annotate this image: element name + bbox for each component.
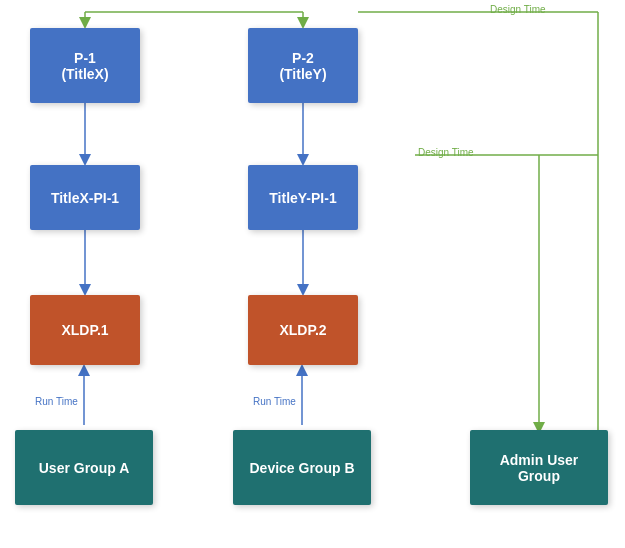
node-xldp1: XLDP.1 [30, 295, 140, 365]
diagram: P-1 (TitleX) P-2 (TitleY) TitleX-PI-1 Ti… [0, 0, 625, 548]
node-p1: P-1 (TitleX) [30, 28, 140, 103]
node-devicegroup: Device Group B [233, 430, 371, 505]
label-designtime1: Design Time [490, 4, 546, 15]
node-xldp2: XLDP.2 [248, 295, 358, 365]
label-runtime1: Run Time [35, 396, 78, 407]
node-usergroup: User Group A [15, 430, 153, 505]
node-admingroup: Admin User Group [470, 430, 608, 505]
node-titlexpi1: TitleX-PI-1 [30, 165, 140, 230]
node-p2: P-2 (TitleY) [248, 28, 358, 103]
label-designtime2: Design Time [418, 147, 474, 158]
label-runtime2: Run Time [253, 396, 296, 407]
node-titleypi1: TitleY-PI-1 [248, 165, 358, 230]
